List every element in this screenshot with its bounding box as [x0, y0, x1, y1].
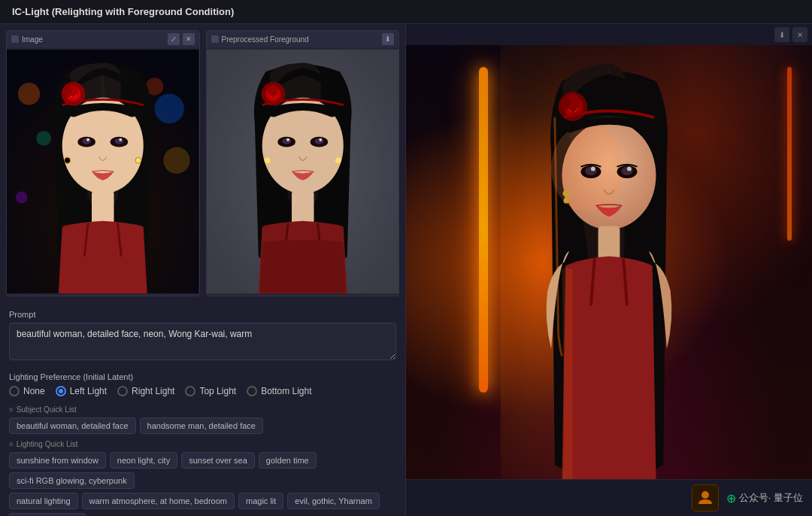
- svg-point-6: [16, 192, 28, 204]
- radio-label-left: Left Light: [70, 386, 107, 396]
- lighting-label: Lighting Preference (Initial Latent): [9, 372, 396, 381]
- panel-header-original: Image ⤢ ✕: [7, 31, 199, 47]
- subject-quick-list: Subject Quick List beautiful woman, deta…: [9, 405, 396, 434]
- close-output-btn[interactable]: ✕: [792, 27, 807, 42]
- expand-btn-original[interactable]: ⤢: [168, 33, 180, 45]
- lighting-radio-group: None Left Light Right Light Top Lig: [9, 386, 396, 396]
- tag-magic-lit[interactable]: magic lit: [238, 493, 283, 509]
- tag-handsome-man[interactable]: handsome man, detailed face: [140, 417, 263, 434]
- svg-point-46: [591, 167, 595, 171]
- panel-icon-original: [11, 35, 19, 43]
- svg-point-3: [36, 131, 51, 146]
- image-panel-original: Image ⤢ ✕: [6, 30, 200, 296]
- panel-label-processed: Preprocessed Foreground: [211, 35, 309, 44]
- svg-point-29: [286, 138, 289, 141]
- bottom-bar: ⊕ 公众号· 量子位: [406, 479, 812, 516]
- panel-title-processed: Preprocessed Foreground: [222, 35, 309, 44]
- svg-point-38: [335, 157, 341, 163]
- close-btn-original[interactable]: ✕: [183, 33, 195, 45]
- svg-point-20: [65, 157, 71, 163]
- image-panel-processed: Preprocessed Foreground ⬇: [206, 30, 400, 296]
- lighting-tags-row1: sunshine from window neon light, city su…: [9, 452, 396, 489]
- watermark-text: 公众号· 量子位: [739, 491, 803, 505]
- wechat-icon: ⊕: [726, 491, 736, 505]
- tag-evil-gothic[interactable]: evil, gothic, Yharnam: [287, 493, 380, 509]
- output-image: [406, 45, 812, 479]
- radio-circle-left: [56, 386, 66, 396]
- title-bar: IC-Light (Relighting with Foreground Con…: [0, 0, 812, 24]
- radio-label-top: Top Light: [199, 386, 236, 396]
- svg-point-5: [163, 147, 189, 174]
- svg-point-10: [82, 138, 91, 144]
- prompt-group: Prompt beautiful woman, detailed face, n…: [9, 310, 396, 363]
- svg-point-37: [264, 157, 270, 163]
- prompt-label: Prompt: [9, 310, 396, 319]
- output-image-area: [406, 45, 812, 479]
- svg-point-21: [135, 157, 141, 163]
- radio-left[interactable]: Left Light: [56, 386, 107, 396]
- tag-golden-time[interactable]: golden time: [259, 452, 317, 469]
- tag-warm-home[interactable]: warm atmosphere, at home, bedroom: [82, 493, 235, 509]
- controls-area: Prompt beautiful woman, detailed face, n…: [0, 302, 405, 516]
- original-image-svg: [7, 47, 199, 296]
- radio-label-none: None: [23, 386, 45, 396]
- image-body-original: [7, 47, 199, 296]
- main-layout: Image ⤢ ✕: [0, 24, 812, 516]
- image-panels-row: Image ⤢ ✕: [0, 24, 405, 302]
- tag-scifi-rgb[interactable]: sci-fi RGB glowing, cyberpunk: [9, 472, 135, 489]
- output-portrait-svg: [467, 45, 751, 479]
- panel-label-original: Image: [11, 35, 43, 44]
- lighting-tags-row2: natural lighting warm atmosphere, at hom…: [9, 493, 396, 516]
- panel-actions-original: ⤢ ✕: [168, 33, 195, 45]
- svg-point-2: [155, 94, 184, 123]
- svg-point-12: [86, 138, 89, 141]
- watermark: ⊕ 公众号· 量子位: [726, 491, 803, 505]
- radio-label-bottom: Bottom Light: [261, 386, 311, 396]
- svg-point-1: [18, 83, 40, 105]
- tag-beautiful-woman[interactable]: beautiful woman, detailed face: [9, 417, 136, 434]
- svg-point-47: [627, 167, 632, 171]
- svg-point-28: [314, 138, 323, 144]
- tag-light-shadow[interactable]: light and shadow: [9, 513, 86, 516]
- svg-point-58: [701, 491, 709, 499]
- neon-bar-right: [787, 67, 792, 241]
- subject-tags-row: beautiful woman, detailed face handsome …: [9, 417, 396, 434]
- lighting-list-title: Lighting Quick List: [9, 440, 396, 448]
- panel-actions-processed: ⬇: [382, 33, 394, 45]
- left-panel: Image ⤢ ✕: [0, 24, 406, 516]
- svg-point-11: [114, 138, 123, 144]
- svg-rect-54: [565, 193, 568, 202]
- prompt-input[interactable]: beautiful woman, detailed face, neon, Wo…: [9, 323, 396, 360]
- svg-point-30: [319, 138, 322, 141]
- tag-neon-city[interactable]: neon light, city: [110, 452, 177, 469]
- tag-natural-lighting[interactable]: natural lighting: [9, 493, 78, 509]
- right-panel: ⬇ ✕: [406, 24, 812, 516]
- person-icon: [696, 489, 714, 507]
- image-body-processed: [207, 47, 399, 296]
- right-panel-header: ⬇ ✕: [406, 24, 812, 45]
- panel-header-processed: Preprocessed Foreground ⬇: [207, 31, 399, 47]
- app-title: IC-Light (Relighting with Foreground Con…: [12, 6, 234, 17]
- processed-image-svg: [207, 47, 399, 296]
- radio-circle-bottom: [247, 386, 257, 396]
- download-btn-processed[interactable]: ⬇: [382, 33, 394, 45]
- panel-title-original: Image: [22, 35, 43, 44]
- radio-bottom[interactable]: Bottom Light: [247, 386, 311, 396]
- tag-sunset-sea[interactable]: sunset over sea: [181, 452, 255, 469]
- panel-icon-processed: [211, 35, 219, 43]
- radio-circle-top: [185, 386, 195, 396]
- lighting-quick-list: Lighting Quick List sunshine from window…: [9, 440, 396, 516]
- app-container: IC-Light (Relighting with Foreground Con…: [0, 0, 812, 516]
- radio-top[interactable]: Top Light: [185, 386, 236, 396]
- svg-point-13: [119, 138, 122, 141]
- svg-point-27: [282, 138, 291, 144]
- download-output-btn[interactable]: ⬇: [774, 27, 789, 42]
- radio-none[interactable]: None: [9, 386, 45, 396]
- lighting-group: Lighting Preference (Initial Latent) Non…: [9, 372, 396, 396]
- radio-circle-none: [9, 386, 20, 396]
- subject-list-title: Subject Quick List: [9, 405, 396, 414]
- radio-circle-right: [117, 386, 128, 396]
- radio-right[interactable]: Right Light: [117, 386, 174, 396]
- output-icon: [692, 484, 719, 511]
- tag-sunshine-window[interactable]: sunshine from window: [9, 452, 106, 469]
